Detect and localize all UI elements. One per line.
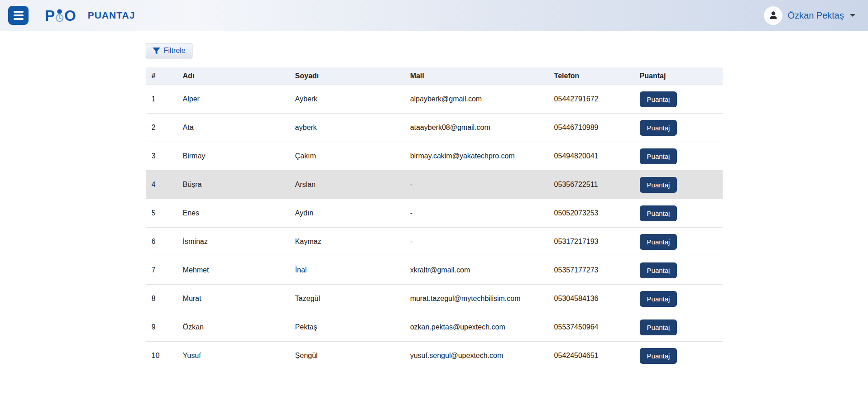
column-header-no: # — [146, 67, 177, 85]
app-title: PUANTAJ — [88, 10, 135, 21]
person-clock-logo-icon — [55, 9, 64, 23]
table-body: 1 Alper Ayberk alpayberk@gmail.com 05442… — [146, 85, 723, 370]
puantaj-button[interactable]: Puantaj — [640, 234, 677, 250]
table-row: 10 Yusuf Şengül yusuf.sengul@upextech.co… — [146, 342, 723, 370]
cell-adi: Alper — [177, 85, 289, 114]
cell-mail: - — [404, 171, 548, 199]
cell-soyadi: Aydın — [289, 199, 404, 228]
cell-mail: - — [404, 228, 548, 256]
user-name: Özkan Pektaş — [787, 10, 844, 21]
column-header-telefon: Telefon — [548, 67, 634, 85]
puantaj-button[interactable]: Puantaj — [640, 262, 677, 278]
cell-soyadi: Çakım — [289, 142, 404, 171]
cell-soyadi: İnal — [289, 256, 404, 285]
top-navbar: P O PUANTAJ Özkan Pektaş — [0, 0, 868, 31]
cell-no: 7 — [146, 256, 177, 285]
cell-adi: Ata — [177, 114, 289, 142]
cell-telefon: 05357177273 — [548, 256, 634, 285]
cell-no: 10 — [146, 342, 177, 370]
cell-mail: birmay.cakim@yakatechpro.com — [404, 142, 548, 171]
personnel-table: # Adı Soyadı Mail Telefon Puantaj 1 Alpe… — [146, 67, 723, 370]
table-row: 3 Birmay Çakım birmay.cakim@yakatechpro.… — [146, 142, 723, 171]
puantaj-button[interactable]: Puantaj — [640, 120, 677, 136]
table-row: 7 Mehmet İnal xkraltr@gmail.com 05357177… — [146, 256, 723, 285]
cell-mail: murat.tazegul@mytechbilisim.com — [404, 285, 548, 313]
puantaj-button[interactable]: Puantaj — [640, 91, 677, 107]
table-header-row: # Adı Soyadı Mail Telefon Puantaj — [146, 67, 723, 85]
cell-telefon: 05537450964 — [548, 313, 634, 342]
column-header-puantaj: Puantaj — [634, 67, 723, 85]
cell-telefon: 05494820041 — [548, 142, 634, 171]
cell-mail: alpayberk@gmail.com — [404, 85, 548, 114]
logo-letter-o: O — [64, 8, 76, 23]
logo-letter-p: P — [45, 8, 55, 23]
person-icon — [768, 10, 779, 21]
cell-no: 3 — [146, 142, 177, 171]
cell-adi: Mehmet — [177, 256, 289, 285]
puantaj-button[interactable]: Puantaj — [640, 291, 677, 307]
cell-mail: ataayberk08@gmail.com — [404, 114, 548, 142]
cell-action: Puantaj — [634, 142, 723, 171]
puantaj-button[interactable]: Puantaj — [640, 205, 677, 221]
cell-no: 6 — [146, 228, 177, 256]
funnel-icon — [153, 48, 160, 54]
main-content: Filtrele # Adı Soyadı Mail Telefon Puant… — [146, 31, 723, 370]
table-row: 2 Ata ayberk ataayberk08@gmail.com 05446… — [146, 114, 723, 142]
cell-no: 2 — [146, 114, 177, 142]
filter-button-label: Filtrele — [164, 47, 186, 55]
cell-action: Puantaj — [634, 171, 723, 199]
cell-soyadi: Kaymaz — [289, 228, 404, 256]
cell-soyadi: Arslan — [289, 171, 404, 199]
table-row: 1 Alper Ayberk alpayberk@gmail.com 05442… — [146, 85, 723, 114]
table-row: 8 Murat Tazegül murat.tazegul@mytechbili… — [146, 285, 723, 313]
table-row: 6 İsminaz Kaymaz - 05317217193 Puantaj — [146, 228, 723, 256]
hamburger-menu-button[interactable] — [8, 6, 29, 25]
table-row: 9 Özkan Pektaş ozkan.pektas@upextech.com… — [146, 313, 723, 342]
column-header-adi: Adı — [177, 67, 289, 85]
cell-action: Puantaj — [634, 228, 723, 256]
caret-down-icon — [850, 14, 855, 17]
cell-mail: - — [404, 199, 548, 228]
app-logo[interactable]: P O PUANTAJ — [45, 8, 135, 23]
cell-telefon: 05304584136 — [548, 285, 634, 313]
cell-adi: Murat — [177, 285, 289, 313]
cell-action: Puantaj — [634, 256, 723, 285]
cell-adi: Birmay — [177, 142, 289, 171]
table-row: 5 Enes Aydın - 05052073253 Puantaj — [146, 199, 723, 228]
cell-action: Puantaj — [634, 85, 723, 114]
puantaj-button[interactable]: Puantaj — [640, 348, 677, 364]
cell-mail: ozkan.pektas@upextech.com — [404, 313, 548, 342]
cell-soyadi: Pektaş — [289, 313, 404, 342]
puantaj-button[interactable]: Puantaj — [640, 319, 677, 335]
cell-telefon: 05356722511 — [548, 171, 634, 199]
cell-no: 9 — [146, 313, 177, 342]
column-header-mail: Mail — [404, 67, 548, 85]
cell-adi: Yusuf — [177, 342, 289, 370]
cell-soyadi: Ayberk — [289, 85, 404, 114]
cell-adi: İsminaz — [177, 228, 289, 256]
cell-telefon: 05446710989 — [548, 114, 634, 142]
cell-mail: xkraltr@gmail.com — [404, 256, 548, 285]
cell-action: Puantaj — [634, 342, 723, 370]
user-dropdown[interactable]: Özkan Pektaş — [764, 6, 860, 25]
filter-button[interactable]: Filtrele — [146, 43, 192, 58]
cell-adi: Özkan — [177, 313, 289, 342]
cell-adi: Enes — [177, 199, 289, 228]
cell-adi: Büşra — [177, 171, 289, 199]
cell-no: 5 — [146, 199, 177, 228]
cell-telefon: 05442791672 — [548, 85, 634, 114]
column-header-soyadi: Soyadı — [289, 67, 404, 85]
cell-soyadi: ayberk — [289, 114, 404, 142]
cell-telefon: 05317217193 — [548, 228, 634, 256]
cell-no: 8 — [146, 285, 177, 313]
cell-action: Puantaj — [634, 285, 723, 313]
puantaj-button[interactable]: Puantaj — [640, 177, 677, 193]
cell-no: 1 — [146, 85, 177, 114]
cell-soyadi: Şengül — [289, 342, 404, 370]
cell-action: Puantaj — [634, 114, 723, 142]
puantaj-button[interactable]: Puantaj — [640, 148, 677, 164]
avatar — [764, 6, 782, 25]
cell-action: Puantaj — [634, 313, 723, 342]
cell-telefon: 05052073253 — [548, 199, 634, 228]
table-row: 4 Büşra Arslan - 05356722511 Puantaj — [146, 171, 723, 199]
